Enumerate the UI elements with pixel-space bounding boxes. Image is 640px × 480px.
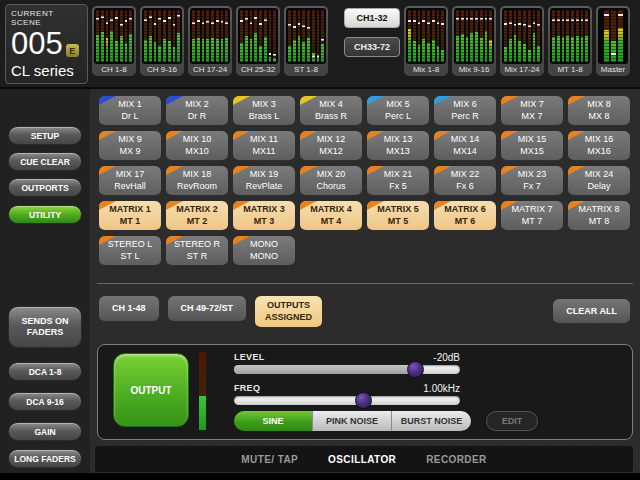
meter-peak-indicator [202,22,205,24]
sidebar-button-utility[interactable]: UTILITY [8,205,82,224]
meter-bank-button-ch33-72[interactable]: CH33-72 [344,37,400,57]
bus-button-matrix-7[interactable]: MATRIX 7MT 7 [501,201,563,231]
channel-color-tag [99,166,116,175]
sidebar-button-dca-1-8[interactable]: DCA 1-8 [8,362,82,381]
meter-block-mix-1-8[interactable]: Mix 1-8 [404,6,448,76]
scene-panel[interactable]: CURRENT SCENE 005 E CL series [5,4,88,84]
meter-bar-fill [221,39,224,62]
clear-all-button[interactable]: CLEAR ALL [553,299,630,324]
meter-peak-indicator [302,25,305,27]
bus-button-mix-8[interactable]: MIX 8MX 8 [568,96,630,126]
meter-bar [437,10,440,62]
current-scene-label: CURRENT SCENE [11,9,82,27]
bus-button-mix-22[interactable]: MIX 22Fx 6 [434,166,496,196]
freq-slider-handle[interactable] [355,392,372,409]
meter-bar [571,10,574,62]
bus-button-matrix-6[interactable]: MATRIX 6MT 6 [434,201,496,231]
meter-peak-indicator [216,20,219,22]
sidebar-button-outports[interactable]: OUTPORTS [8,178,82,197]
bus-button-mix-23[interactable]: MIX 23Fx 7 [501,166,563,196]
meter-bar-fill [408,29,411,62]
meter-block-ch-17-24[interactable]: CH 17-24 [188,6,232,76]
meter-block-ch-9-16[interactable]: CH 9-16 [140,6,184,76]
sidebar-button-cue-clear[interactable]: CUE CLEAR [8,152,82,171]
meter-block-mix-9-16[interactable]: Mix 9-16 [452,6,496,76]
bus-button-mix-2[interactable]: MIX 2Dr R [166,96,228,126]
bus-button-mix-3[interactable]: MIX 3Brass L [233,96,295,126]
level-slider-handle[interactable] [407,361,424,378]
bottom-tab-mute-tap[interactable]: MUTE/ TAP [241,454,298,465]
bus-button-mix-19[interactable]: MIX 19RevPlate [233,166,295,196]
sidebar-button-setup[interactable]: SETUP [8,126,82,145]
meter-peak-indicator [307,27,310,29]
bus-button-mix-1[interactable]: MIX 1Dr L [99,96,161,126]
bus-button-mix-17[interactable]: MIX 17RevHall [99,166,161,196]
bus-button-mix-12[interactable]: MIX 12MX12 [300,131,362,161]
bus-button-mix-4[interactable]: MIX 4Brass R [300,96,362,126]
sidebar-button-long-faders[interactable]: LONG FADERS [8,449,82,468]
channel-color-tag [568,166,585,175]
bus-button-mix-15[interactable]: MIX 15MX15 [501,131,563,161]
bus-button-mono[interactable]: MONOMONO [233,236,295,266]
filter-tab-ch-49-72-st[interactable]: CH 49-72/ST [168,296,247,322]
bus-button-matrix-8[interactable]: MATRIX 8MT 8 [568,201,630,231]
bus-button-stereo-l[interactable]: STEREO LST L [99,236,161,266]
bus-button-mix-6[interactable]: MIX 6Perc R [434,96,496,126]
sidebar-button-gain[interactable]: GAIN [8,422,82,441]
meter-bank-button-ch1-32[interactable]: CH1-32 [344,8,400,28]
bus-button-mix-5[interactable]: MIX 5Perc L [367,96,429,126]
bus-button-mix-10[interactable]: MIX 10MX10 [166,131,228,161]
channel-color-tag [434,131,451,140]
oscillator-mode-sine[interactable]: SINE [234,411,313,431]
meter-bar-fill [254,33,257,62]
oscillator-mode-burst-noise[interactable]: BURST NOISE [392,411,471,431]
meter-label: Master [598,64,628,75]
bus-button-mix-24[interactable]: MIX 24Delay [568,166,630,196]
bus-button-mix-20[interactable]: MIX 20Chorus [300,166,362,196]
channel-filter-tabs: CH 1-48CH 49-72/STOUTPUTS ASSIGNED [99,296,322,328]
meter-screen [550,8,590,64]
level-slider[interactable] [234,365,460,374]
meter-block-ch-25-32[interactable]: CH 25-32 [236,6,280,76]
bus-button-matrix-2[interactable]: MATRIX 2MT 2 [166,201,228,231]
meter-block-mix-17-24[interactable]: Mix 17-24 [500,6,544,76]
oscillator-mode-pink-noise[interactable]: PINK NOISE [313,411,392,431]
bus-button-stereo-r[interactable]: STEREO RST R [166,236,228,266]
filter-tab-outputs-assigned[interactable]: OUTPUTS ASSIGNED [255,296,322,328]
meter-block-ch-1-8[interactable]: CH 1-8 [92,6,136,76]
bus-button-title: MIX 20 [317,169,346,180]
bus-button-matrix-1[interactable]: MATRIX 1MT 1 [99,201,161,231]
meter-screen [286,8,326,64]
meter-bar [489,10,492,62]
meter-bar-fill [422,39,425,62]
meter-bar [163,10,166,62]
bus-button-mix-14[interactable]: MIX 14MX14 [434,131,496,161]
meter-block-mt-1-8[interactable]: MT 1-8 [548,6,592,76]
bus-button-mix-18[interactable]: MIX 18RevRoom [166,166,228,196]
bus-button-matrix-3[interactable]: MATRIX 3MT 3 [233,201,295,231]
bus-button-mix-13[interactable]: MIX 13MX13 [367,131,429,161]
freq-slider[interactable] [234,396,460,405]
meter-peak-indicator [221,21,224,23]
bus-button-matrix-5[interactable]: MATRIX 5MT 5 [367,201,429,231]
oscillator-edit-button[interactable]: EDIT [486,411,538,431]
bus-button-mix-9[interactable]: MIX 9MX 9 [99,131,161,161]
meter-bar [273,10,276,62]
sidebar-button-sends-on-faders[interactable]: SENDS ON FADERS [8,306,82,348]
meter-block-st-1-8[interactable]: ST 1-8 [284,6,328,76]
bus-button-matrix-4[interactable]: MATRIX 4MT 4 [300,201,362,231]
sidebar-button-dca-9-16[interactable]: DCA 9-16 [8,392,82,411]
bus-button-mix-11[interactable]: MIX 11MX11 [233,131,295,161]
filter-tab-ch-1-48[interactable]: CH 1-48 [99,296,159,322]
bottom-tab-oscillator[interactable]: OSCILLATOR [328,454,396,465]
channel-color-tag [568,96,585,105]
bus-button-mix-7[interactable]: MIX 7MX 7 [501,96,563,126]
bottom-tab-recorder[interactable]: RECORDER [426,454,486,465]
bus-button-mix-16[interactable]: MIX 16MX16 [568,131,630,161]
meter-block-master[interactable]: Master [596,6,630,76]
bus-button-mix-21[interactable]: MIX 21Fx 5 [367,166,429,196]
meter-peak-indicator [604,14,609,16]
oscillator-output-button[interactable]: OUTPUT [113,353,189,427]
oscillator-meter [199,352,206,430]
meter-bar [581,10,584,62]
